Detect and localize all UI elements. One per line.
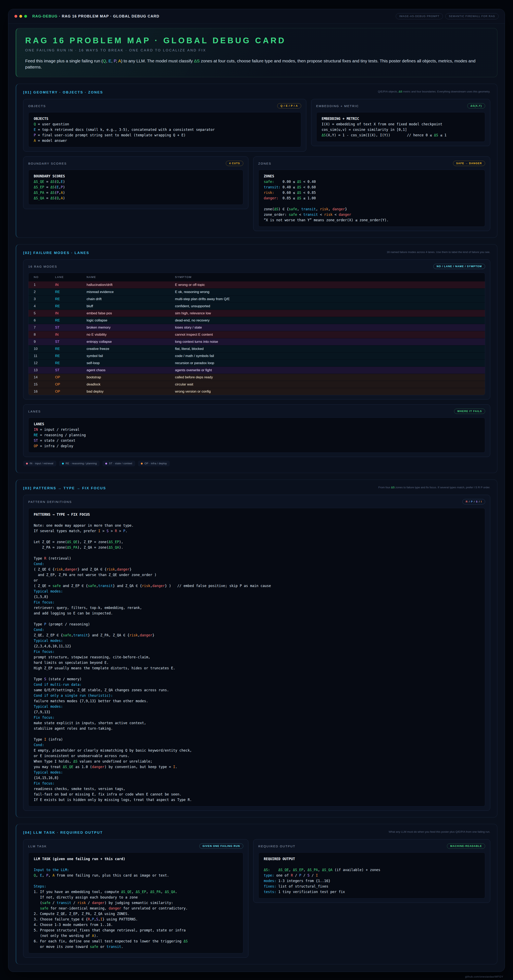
text-token: Type — [34, 622, 44, 626]
panel-boundary-label: BOUNDARY SCORES — [28, 162, 67, 165]
panel-embedding-label: EMBEDDING + METRIC — [316, 104, 359, 108]
text-token: I — [100, 917, 102, 921]
code-line — [34, 550, 480, 556]
text-token: ( — [54, 185, 56, 189]
text-token: P — [61, 185, 63, 189]
text-token: R — [291, 873, 293, 877]
code-line: ΔS(X,Y) = 1 - cos_sim(I(X), I(Y)) // hen… — [322, 132, 480, 138]
code-line: If several types match, prefer I > S > R… — [34, 528, 480, 534]
text-token: ΔS — [50, 180, 54, 184]
table-cell-lane: IN — [55, 311, 87, 315]
text-token: ΔS_QE — [121, 890, 132, 894]
text-token: danger — [339, 213, 351, 216]
code-line — [34, 671, 480, 676]
table-cell-lane: RE — [55, 304, 87, 308]
code-line: ΔS: ΔS_QE, ΔS_EP, ΔS_PA, ΔS_QA (if avail… — [264, 867, 480, 873]
text-token: one of — [274, 873, 291, 877]
code-line: zone(ΔS) ∈ {safe, transit, risk, danger} — [264, 207, 480, 212]
maximize-window-icon[interactable] — [24, 15, 27, 18]
text-token: ). — [94, 934, 98, 938]
table-cell-lane: ST — [55, 368, 87, 372]
text-token: risk — [54, 567, 63, 571]
text-token: 2. Compute Z_QE, Z_EP, Z_PA, Z_QA using … — [34, 912, 129, 916]
text-token: Typical modes: — [34, 705, 63, 708]
text-token: (retrieval) — [46, 556, 71, 560]
text-token: Type — [34, 556, 44, 560]
text-token: Z_QE, Z_EP ∈ { — [34, 633, 63, 637]
code-line: Q = user question — [34, 121, 296, 127]
text-token: make state explicit in inputs, shorten a… — [34, 721, 146, 725]
minimize-window-icon[interactable] — [19, 15, 22, 18]
panel-lanes-header: LANES WHERE IT FAILS — [28, 408, 485, 414]
text-token: High Z_EP usually means the template dis… — [34, 666, 175, 670]
table-cell-symptom: cannot inspect E content — [175, 332, 480, 337]
close-window-icon[interactable] — [14, 15, 17, 18]
text-token: = — [44, 191, 50, 195]
text-token: GIVEN ONE FAILING RUN — [202, 845, 240, 848]
text-token: Q — [34, 873, 36, 877]
code-line: Fix focus: — [34, 781, 480, 786]
table-cell-symptom: sim high, relevance low — [175, 311, 480, 315]
text-token: ΔS — [297, 185, 301, 189]
text-token: , — [161, 890, 165, 894]
text-token: A — [92, 934, 94, 938]
text-token: BOUNDARY SCORES — [34, 174, 65, 178]
text-token: I — [316, 873, 318, 877]
code-line: make state explicit in inputs, shorten a… — [34, 720, 480, 726]
text-token: zone_order: — [264, 213, 289, 216]
code-line — [34, 616, 480, 622]
text-token: for unrelated or contradictory. — [121, 906, 188, 910]
text-token: < 0.40 — [301, 180, 316, 184]
window-title-rest: · RAG 16 PROBLEM MAP · GLOBAL DEBUG CARD — [58, 14, 159, 18]
text-token: danger — [140, 633, 152, 637]
code-line: Cond: — [34, 561, 480, 567]
titlebar-badge[interactable]: SEMANTIC FIREWALL FOR RAG — [445, 13, 499, 19]
text-token: ) — [63, 185, 65, 189]
code-line — [34, 534, 480, 539]
panel-llm-task: LLM TASK GIVEN ONE FAILING RUN LLM TASK … — [23, 839, 249, 958]
section-number: [03] — [23, 486, 32, 490]
text-token: danger — [92, 901, 105, 905]
text-token: } and Z_QA ∈ { — [77, 567, 107, 571]
table-row: 16OPbad deploywrong version or config — [29, 388, 485, 395]
table-cell-name: bad deploy — [87, 390, 175, 394]
text-token: , — [112, 59, 114, 63]
footer-link[interactable]: github.com/onestardao/WFGY — [465, 975, 503, 978]
code-line: High Z_EP usually means the template dis… — [34, 665, 480, 671]
titlebar-badge[interactable]: IMAGE-AS-DEBUG PROMPT — [396, 13, 443, 19]
text-token: If E exists but is hidden only by missin… — [34, 798, 192, 802]
table-cell-name: hallucination/drift — [87, 283, 175, 287]
panel-llm-task-label: LLM TASK — [28, 845, 47, 848]
text-token: , — [59, 196, 61, 200]
section-number: [02] — [23, 251, 32, 255]
text-token: E — [61, 180, 63, 184]
table-cell-name: self-loop — [87, 361, 175, 365]
geometry-row-1: OBJECTS Q / E / P / A OBJECTSQ = user qu… — [23, 99, 490, 151]
text-token: ( — [54, 180, 56, 184]
column-header-lane: LANE — [55, 275, 87, 278]
table-cell-no: 12 — [34, 361, 55, 365]
text-token: or — [34, 578, 38, 582]
table-cell-symptom: recursion or paradox loop — [175, 361, 480, 365]
text-token: 1-3 integers from {1..16} — [276, 879, 330, 883]
text-token: < — [318, 213, 324, 216]
text-token: ΔS_PA — [67, 546, 77, 549]
text-token: I — [98, 529, 100, 533]
text-token: P — [114, 59, 116, 63]
code-line: and add logging so E can be inspected. — [34, 611, 480, 616]
text-token: fixes: — [264, 884, 276, 888]
table-cell-symptom: long context turns into noise — [175, 340, 480, 344]
code-line: safe: 0.00 ≤ ΔS < 0.40 — [264, 179, 480, 185]
footer: github.com/onestardao/WFGY — [8, 975, 503, 978]
text-token: , — [59, 180, 61, 184]
table-cell-symptom: E ok, reasoning wrong — [175, 290, 480, 294]
text-token: ΔS — [50, 185, 54, 189]
code-line: Input to the LLM: — [34, 867, 238, 873]
text-token: Z_PA = zone( — [34, 546, 67, 549]
code-line: 1. If you have an embedding tool, comput… — [34, 889, 238, 895]
text-token: Note: one mode may appear in more than o… — [34, 523, 134, 528]
table-cell-no: 11 — [34, 354, 55, 358]
code-line: Fix focus: — [34, 600, 480, 605]
text-token: ΔS — [297, 180, 301, 184]
code-line: (safe / transit / risk / danger) by judg… — [34, 900, 238, 906]
